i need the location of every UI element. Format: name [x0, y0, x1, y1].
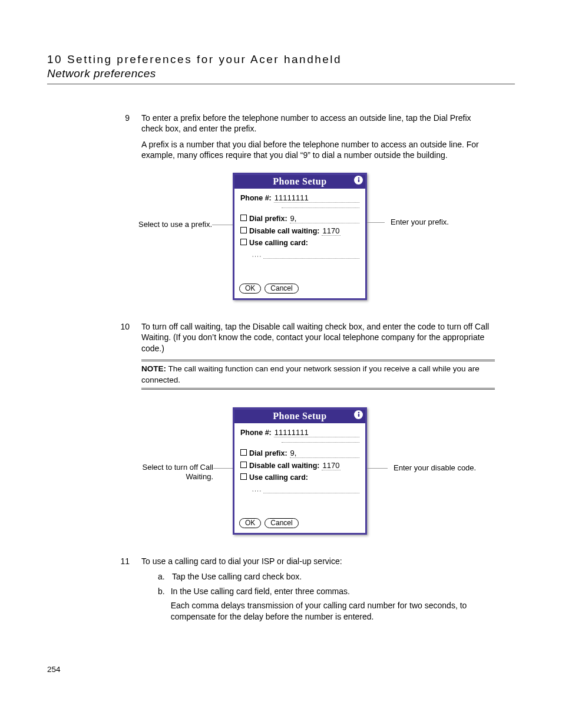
step-10-text: To turn off call waiting, tap the Disabl… — [141, 321, 495, 354]
cancel-button[interactable]: Cancel — [265, 518, 298, 528]
step-number: 10 — [118, 321, 130, 400]
figure-phone-setup-prefix: Select to use a prefix. Phone Setup Phon… — [118, 173, 495, 308]
disable-call-waiting-checkbox[interactable] — [240, 227, 247, 233]
page-header: 10 Setting preferences for your Acer han… — [47, 53, 515, 80]
calling-card-field-value[interactable]: ,,,, — [252, 252, 262, 259]
dial-prefix-field[interactable] — [290, 214, 359, 223]
dialog-title-bar: Phone Setup — [234, 175, 365, 189]
step-9-text-2: A prefix is a number that you dial befor… — [141, 139, 495, 161]
step-9-text-1: To enter a prefix before the telephone n… — [141, 113, 495, 134]
svg-point-2 — [358, 412, 359, 414]
callout-connector-left — [212, 225, 233, 225]
info-icon[interactable] — [354, 410, 363, 419]
dial-prefix-checkbox[interactable] — [240, 449, 247, 456]
use-calling-card-label: Use calling card: — [249, 473, 308, 483]
page-number: 254 — [47, 665, 61, 674]
dial-prefix-label: Dial prefix: — [249, 214, 287, 224]
dial-prefix-checkbox[interactable] — [240, 215, 247, 221]
field-continuation-line — [282, 442, 359, 443]
note-box: NOTE: The call waiting function can end … — [141, 360, 495, 389]
phone-number-field[interactable] — [274, 193, 359, 203]
disable-call-waiting-field[interactable] — [322, 226, 340, 236]
dialog-title-bar: Phone Setup — [234, 410, 365, 423]
figure-phone-setup-cw: Select to turn off Call Waiting. Phone S… — [118, 407, 495, 543]
section-title: Network preferences — [47, 67, 515, 80]
cancel-button[interactable]: Cancel — [265, 284, 298, 294]
header-rule — [47, 84, 515, 84]
ok-button[interactable]: OK — [239, 518, 261, 528]
svg-rect-1 — [358, 179, 359, 182]
substep-a-text: Tap the Use calling card check box. — [172, 571, 302, 582]
note-text: The call waiting function can end your n… — [141, 364, 480, 384]
dial-prefix-field[interactable] — [290, 449, 359, 458]
callout-enter-prefix: Enter your prefix. — [385, 218, 479, 227]
phone-setup-dialog: Phone Setup Phone #: Dial prefix: — [233, 407, 367, 535]
use-calling-card-checkbox[interactable] — [240, 473, 247, 480]
substep-b: b. In the Use calling card field, enter … — [158, 586, 495, 622]
dialog-title: Phone Setup — [273, 176, 326, 186]
callout-select-prefix: Select to use a prefix. — [112, 220, 218, 229]
svg-point-0 — [358, 177, 359, 179]
disable-call-waiting-label: Disable call waiting: — [249, 461, 319, 471]
calling-card-field-value[interactable]: ,,,, — [252, 487, 262, 493]
phone-number-field[interactable] — [274, 428, 359, 437]
step-10: 10 To turn off call waiting, tap the Dis… — [118, 321, 495, 400]
substep-b-explain: Each comma delays transmission of your c… — [171, 600, 495, 622]
dialog-title: Phone Setup — [273, 411, 326, 421]
substep-letter: a. — [158, 571, 166, 582]
step-11-text: To use a calling card to dial your ISP o… — [141, 556, 495, 566]
callout-enter-disable-code: Enter your disable code. — [388, 463, 494, 473]
ok-button[interactable]: OK — [239, 284, 261, 294]
chapter-title: 10 Setting preferences for your Acer han… — [47, 53, 515, 66]
callout-connector-right — [367, 222, 385, 223]
use-calling-card-label: Use calling card: — [249, 238, 308, 248]
calling-card-field-row: ,,,, — [252, 485, 359, 493]
note-label: NOTE: — [141, 364, 166, 373]
info-icon[interactable] — [354, 176, 363, 185]
step-9: 9 To enter a prefix before the telephone… — [118, 113, 495, 166]
svg-rect-3 — [358, 414, 359, 417]
disable-call-waiting-checkbox[interactable] — [240, 462, 247, 468]
step-11: 11 To use a calling card to dial your IS… — [118, 556, 495, 625]
callout-connector-right — [367, 468, 388, 469]
field-continuation-line — [282, 207, 359, 208]
step-number: 11 — [118, 556, 130, 625]
calling-card-field-row: ,,,, — [252, 251, 359, 259]
substep-a: a. Tap the Use calling card check box. — [158, 571, 495, 582]
disable-call-waiting-label: Disable call waiting: — [249, 226, 319, 236]
dial-prefix-label: Dial prefix: — [249, 449, 287, 459]
callout-select-cw: Select to turn off Call Waiting. — [131, 463, 219, 482]
callout-connector-left — [213, 468, 233, 469]
substep-b-text: In the Use calling card field, enter thr… — [171, 586, 495, 597]
phone-setup-dialog: Phone Setup Phone #: Dial prefix: — [233, 173, 367, 301]
use-calling-card-checkbox[interactable] — [240, 239, 247, 245]
substep-letter: b. — [158, 586, 165, 622]
step-number: 9 — [118, 113, 130, 166]
phone-number-label: Phone #: — [240, 193, 272, 203]
disable-call-waiting-field[interactable] — [322, 461, 340, 470]
phone-number-label: Phone #: — [240, 428, 272, 438]
